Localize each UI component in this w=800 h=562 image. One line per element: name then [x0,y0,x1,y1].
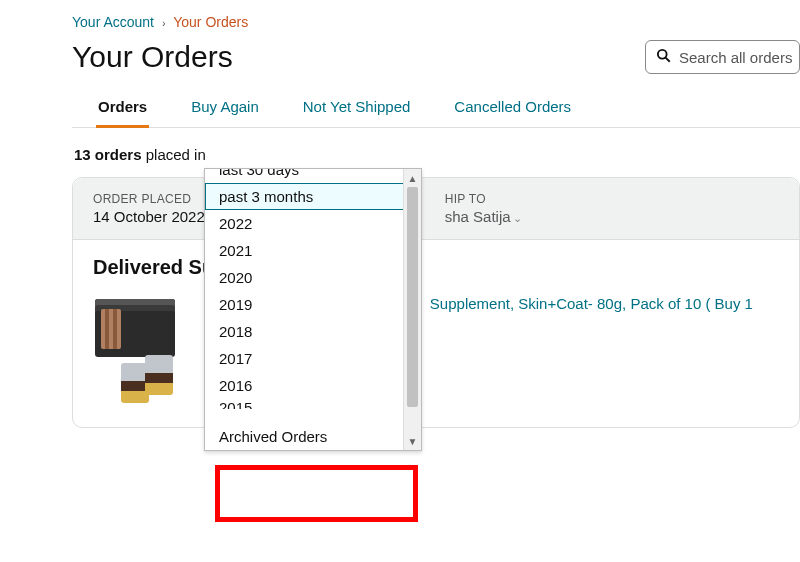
order-card: ORDER PLACED 14 October 2022 HIP TO sha … [72,177,800,428]
search-placeholder: Search all orders [679,49,792,66]
ship-to-name[interactable]: sha Satija⌄ [445,208,522,225]
delivery-status: Delivered Sur [93,256,779,279]
tab-cancelled-orders[interactable]: Cancelled Orders [452,92,573,127]
order-placed-label: ORDER PLACED [93,192,205,206]
breadcrumb-account-link[interactable]: Your Account [72,14,154,30]
dropdown-option-2016[interactable]: 2016 [205,372,421,399]
tab-not-yet-shipped[interactable]: Not Yet Shipped [301,92,413,127]
scroll-up-arrow-icon[interactable]: ▲ [404,169,421,187]
dropdown-option-2018[interactable]: 2018 [205,318,421,345]
dropdown-option-2020[interactable]: 2020 [205,264,421,291]
breadcrumb: Your Account › Your Orders [72,14,800,30]
dropdown-option-archived-orders[interactable]: Archived Orders [205,423,421,450]
tab-buy-again[interactable]: Buy Again [189,92,261,127]
svg-line-1 [665,57,669,61]
svg-point-0 [658,50,667,59]
time-filter-dropdown[interactable]: last 30 days past 3 months 2022 2021 202… [204,168,422,451]
scrollbar-thumb[interactable] [407,187,418,407]
search-input[interactable]: Search all orders [645,40,800,74]
dropdown-scrollbar[interactable]: ▲ ▼ [403,169,421,450]
dropdown-option-last-30-days[interactable]: last 30 days [205,169,421,183]
dropdown-option-2017[interactable]: 2017 [205,345,421,372]
order-tabs: Orders Buy Again Not Yet Shipped Cancell… [72,92,800,128]
order-placed-date: 14 October 2022 [93,208,205,225]
breadcrumb-separator: › [162,17,166,29]
dropdown-option-past-3-months[interactable]: past 3 months [205,183,421,210]
breadcrumb-current: Your Orders [173,14,248,30]
filter-summary: 13 orders placed in [74,146,800,163]
tab-orders[interactable]: Orders [96,92,149,128]
order-count: 13 orders [74,146,142,163]
dropdown-option-2021[interactable]: 2021 [205,237,421,264]
dropdown-option-2022[interactable]: 2022 [205,210,421,237]
page-title: Your Orders [72,40,233,74]
scroll-down-arrow-icon[interactable]: ▼ [404,432,421,450]
dropdown-option-2015[interactable]: 2015 [205,399,421,409]
order-header: ORDER PLACED 14 October 2022 HIP TO sha … [73,178,799,240]
product-thumbnail[interactable] [93,293,189,403]
annotation-highlight-box [215,465,418,522]
chevron-down-icon: ⌄ [513,212,522,224]
search-icon [656,48,671,66]
dropdown-option-2019[interactable]: 2019 [205,291,421,318]
ship-to-label: HIP TO [445,192,522,206]
